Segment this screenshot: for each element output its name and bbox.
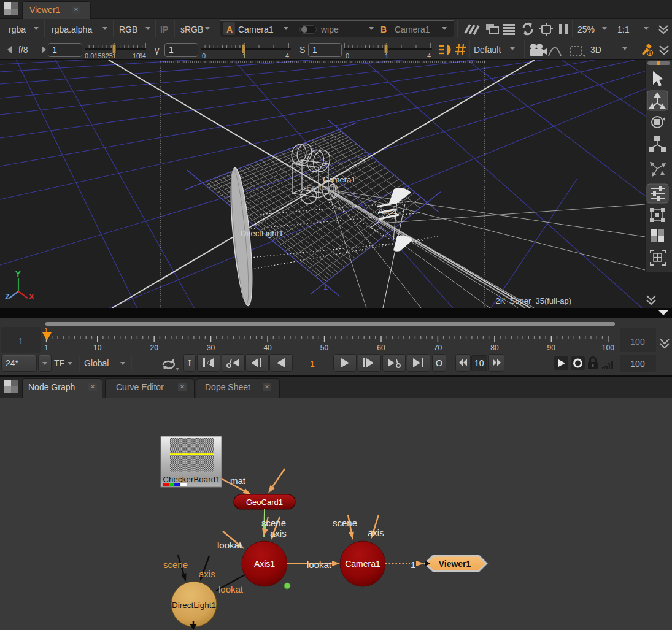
svg-text:Y: Y — [15, 269, 21, 279]
svg-text:0.015625: 0.015625 — [85, 52, 113, 60]
svg-text:70: 70 — [434, 344, 442, 352]
svg-text:20: 20 — [150, 344, 159, 352]
svg-text:I: I — [188, 358, 191, 368]
svg-text:100: 100 — [630, 337, 645, 347]
svg-text:GeoCard1: GeoCard1 — [246, 497, 283, 507]
svg-text:1: 1 — [242, 52, 246, 60]
svg-text:lookat: lookat — [218, 584, 244, 594]
svg-text:O: O — [436, 358, 442, 368]
svg-text:90: 90 — [547, 344, 556, 352]
svg-text:Axis1: Axis1 — [378, 207, 398, 216]
svg-text:mat: mat — [230, 475, 246, 486]
svg-text:GeoCard1: GeoCard1 — [307, 184, 338, 191]
svg-text:0: 0 — [346, 52, 349, 60]
svg-text:Z: Z — [5, 292, 10, 301]
svg-text:DirectLight1: DirectLight1 — [172, 601, 216, 610]
svg-text:60: 60 — [377, 344, 385, 352]
svg-text:1: 1 — [44, 344, 48, 352]
svg-text:axis: axis — [270, 528, 287, 539]
svg-text:Camera1: Camera1 — [323, 175, 355, 184]
svg-text:lookat: lookat — [307, 559, 332, 570]
svg-text:40: 40 — [263, 344, 272, 352]
svg-text:scene: scene — [163, 559, 188, 570]
svg-text:scene: scene — [333, 518, 357, 528]
svg-text:1: 1 — [112, 52, 116, 60]
svg-text:X: X — [29, 292, 34, 301]
svg-text:1: 1 — [385, 52, 388, 60]
svg-text:80: 80 — [490, 344, 499, 352]
svg-text:4: 4 — [427, 52, 431, 60]
svg-text:1: 1 — [44, 327, 48, 334]
svg-text:100: 100 — [630, 359, 645, 369]
svg-text:Viewer1: Viewer1 — [439, 559, 471, 569]
svg-text:100: 100 — [602, 344, 614, 352]
svg-text:4: 4 — [285, 52, 289, 60]
svg-text:Camera1: Camera1 — [345, 559, 380, 569]
svg-text:10: 10 — [93, 344, 102, 352]
svg-text:64: 64 — [139, 52, 146, 60]
svg-text:1: 1 — [411, 559, 415, 570]
svg-text:Axis1: Axis1 — [254, 559, 275, 569]
svg-text:CheckerBoard1: CheckerBoard1 — [163, 475, 220, 484]
svg-text:0: 0 — [202, 52, 206, 60]
svg-text:lookat: lookat — [217, 540, 242, 550]
svg-text:scene: scene — [261, 518, 286, 528]
svg-text:DirectLight1: DirectLight1 — [241, 229, 283, 238]
svg-text:axis: axis — [368, 528, 384, 538]
svg-text:1: 1 — [18, 336, 23, 346]
svg-text:axis: axis — [199, 569, 215, 579]
svg-text:30: 30 — [207, 344, 215, 352]
svg-text:50: 50 — [320, 344, 329, 352]
svg-text:2K_Super_35(full-ap): 2K_Super_35(full-ap) — [495, 296, 571, 305]
